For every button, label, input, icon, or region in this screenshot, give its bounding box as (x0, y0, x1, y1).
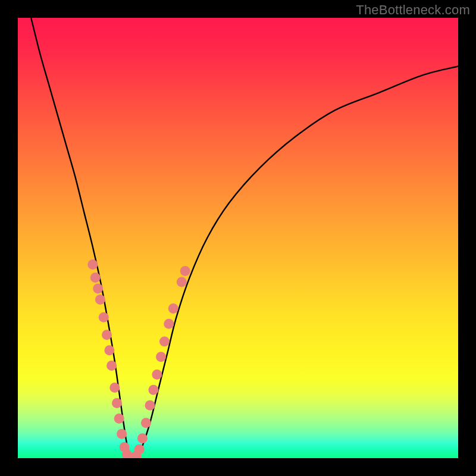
outer-frame: TheBottleneck.com (0, 0, 476, 476)
data-marker (117, 429, 127, 439)
data-marker (107, 361, 117, 371)
data-marker (164, 319, 174, 329)
data-marker (134, 444, 145, 455)
data-marker (152, 369, 162, 380)
data-marker (177, 277, 187, 287)
data-marker (141, 418, 151, 428)
data-marker (168, 303, 178, 314)
data-marker (159, 336, 170, 346)
data-marker (114, 414, 124, 424)
data-marker (156, 352, 166, 362)
chart-svg (18, 18, 458, 458)
data-marker (95, 295, 105, 305)
plot-area (18, 18, 458, 458)
data-marker (87, 259, 98, 270)
watermark-text: TheBottleneck.com (356, 2, 470, 18)
data-marker (109, 383, 120, 393)
data-marker (90, 273, 101, 283)
data-marker (148, 385, 158, 395)
data-marker (99, 312, 109, 322)
data-marker (93, 284, 103, 294)
data-marker (102, 330, 112, 340)
data-markers (87, 259, 190, 458)
data-marker (145, 400, 155, 411)
data-marker (180, 266, 190, 276)
data-marker (137, 433, 148, 443)
data-marker (112, 398, 122, 408)
data-marker (104, 345, 114, 355)
bottleneck-curve (31, 18, 458, 458)
